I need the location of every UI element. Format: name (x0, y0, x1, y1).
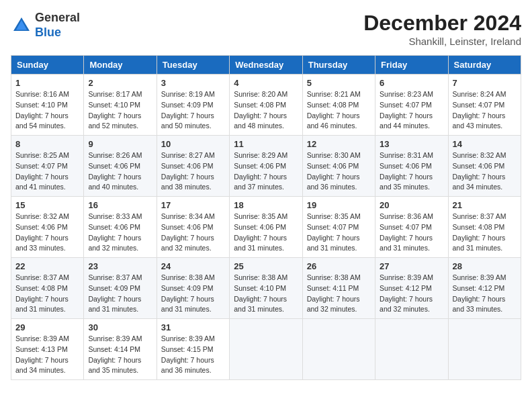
day-number: 26 (307, 261, 371, 271)
day-info: Sunrise: 8:32 AM Sunset: 4:06 PM Dayligh… (453, 150, 517, 193)
daylight-label: Daylight: 7 hours (307, 173, 360, 181)
sunrise-label: Sunrise: 8:32 AM (15, 212, 69, 220)
daylight-minutes: and 48 minutes. (234, 122, 284, 130)
daylight-label: Daylight: 7 hours (161, 295, 214, 303)
sunrise-label: Sunrise: 8:39 AM (380, 273, 433, 281)
calendar-cell: 5 Sunrise: 8:21 AM Sunset: 4:08 PM Dayli… (302, 75, 375, 136)
daylight-label: Daylight: 7 hours (161, 111, 214, 120)
daylight-minutes: and 31 minutes. (161, 305, 212, 313)
day-number: 21 (453, 200, 517, 210)
sunrise-label: Sunrise: 8:29 AM (234, 151, 287, 159)
col-thursday: Thursday (302, 56, 375, 75)
title-block: December 2024 Shankill, Leinster, Irelan… (363, 11, 521, 47)
calendar-week-5: 29 Sunrise: 8:39 AM Sunset: 4:13 PM Dayl… (11, 319, 521, 380)
daylight-minutes: and 31 minutes. (234, 305, 284, 313)
daylight-minutes: and 35 minutes. (88, 366, 138, 374)
daylight-label: Daylight: 7 hours (88, 356, 141, 364)
day-number: 28 (453, 261, 517, 271)
sunrise-label: Sunrise: 8:38 AM (234, 273, 287, 281)
daylight-minutes: and 31 minutes. (88, 305, 138, 313)
month-title: December 2024 (363, 11, 521, 36)
daylight-label: Daylight: 7 hours (307, 111, 360, 120)
daylight-label: Daylight: 7 hours (453, 295, 506, 303)
calendar-cell: 10 Sunrise: 8:27 AM Sunset: 4:06 PM Dayl… (157, 136, 229, 197)
daylight-minutes: and 50 minutes. (161, 122, 212, 130)
daylight-minutes: and 31 minutes. (453, 244, 503, 252)
sunset-label: Sunset: 4:09 PM (161, 101, 214, 109)
day-number: 31 (161, 322, 225, 332)
col-sunday: Sunday (11, 56, 84, 75)
day-number: 22 (15, 261, 79, 271)
day-info: Sunrise: 8:39 AM Sunset: 4:14 PM Dayligh… (88, 334, 152, 376)
daylight-label: Daylight: 7 hours (307, 234, 360, 242)
sunrise-label: Sunrise: 8:31 AM (380, 151, 433, 159)
day-info: Sunrise: 8:25 AM Sunset: 4:07 PM Dayligh… (15, 150, 79, 193)
daylight-minutes: and 38 minutes. (161, 183, 212, 191)
daylight-minutes: and 34 minutes. (15, 366, 66, 374)
calendar-cell: 1 Sunrise: 8:16 AM Sunset: 4:10 PM Dayli… (11, 75, 84, 136)
sunset-label: Sunset: 4:06 PM (307, 162, 359, 170)
calendar-cell: 29 Sunrise: 8:39 AM Sunset: 4:13 PM Dayl… (11, 319, 84, 380)
calendar-table: Sunday Monday Tuesday Wednesday Thursday… (11, 55, 521, 380)
sunset-label: Sunset: 4:07 PM (453, 101, 505, 109)
daylight-label: Daylight: 7 hours (15, 234, 69, 242)
calendar-cell: 26 Sunrise: 8:38 AM Sunset: 4:11 PM Dayl… (302, 258, 375, 319)
daylight-label: Daylight: 7 hours (380, 173, 433, 181)
sunset-label: Sunset: 4:06 PM (453, 162, 505, 170)
sunrise-label: Sunrise: 8:27 AM (161, 151, 215, 159)
daylight-minutes: and 36 minutes. (161, 366, 212, 374)
daylight-label: Daylight: 7 hours (234, 295, 287, 303)
sunset-label: Sunset: 4:08 PM (234, 101, 286, 109)
calendar-cell: 12 Sunrise: 8:30 AM Sunset: 4:06 PM Dayl… (302, 136, 375, 197)
daylight-minutes: and 34 minutes. (453, 183, 503, 191)
sunrise-label: Sunrise: 8:37 AM (453, 212, 506, 220)
sunrise-label: Sunrise: 8:26 AM (88, 151, 142, 159)
day-info: Sunrise: 8:38 AM Sunset: 4:11 PM Dayligh… (307, 273, 371, 315)
day-info: Sunrise: 8:38 AM Sunset: 4:10 PM Dayligh… (234, 273, 298, 315)
sunrise-label: Sunrise: 8:30 AM (307, 151, 361, 159)
sunrise-label: Sunrise: 8:16 AM (15, 90, 69, 98)
col-tuesday: Tuesday (157, 56, 229, 75)
day-number: 7 (453, 78, 517, 88)
day-info: Sunrise: 8:32 AM Sunset: 4:06 PM Dayligh… (15, 212, 79, 254)
sunset-label: Sunset: 4:08 PM (453, 223, 505, 231)
page-header: General Blue December 2024 Shankill, Lei… (11, 11, 521, 47)
day-info: Sunrise: 8:30 AM Sunset: 4:06 PM Dayligh… (307, 150, 371, 193)
day-number: 4 (234, 78, 298, 88)
location: Shankill, Leinster, Ireland (363, 36, 521, 47)
day-number: 3 (161, 78, 225, 88)
daylight-label: Daylight: 7 hours (15, 356, 69, 364)
sunset-label: Sunset: 4:06 PM (234, 223, 286, 231)
calendar-cell: 30 Sunrise: 8:39 AM Sunset: 4:14 PM Dayl… (84, 319, 157, 380)
sunset-label: Sunset: 4:13 PM (15, 345, 68, 353)
calendar-cell: 25 Sunrise: 8:38 AM Sunset: 4:10 PM Dayl… (230, 258, 302, 319)
calendar-cell: 9 Sunrise: 8:26 AM Sunset: 4:06 PM Dayli… (84, 136, 157, 197)
calendar-header-row: Sunday Monday Tuesday Wednesday Thursday… (11, 56, 521, 75)
day-info: Sunrise: 8:19 AM Sunset: 4:09 PM Dayligh… (161, 89, 225, 132)
sunrise-label: Sunrise: 8:38 AM (307, 273, 361, 281)
daylight-label: Daylight: 7 hours (88, 234, 141, 242)
daylight-minutes: and 44 minutes. (380, 122, 430, 130)
logo-icon (11, 15, 32, 36)
day-info: Sunrise: 8:26 AM Sunset: 4:06 PM Dayligh… (88, 150, 152, 193)
sunrise-label: Sunrise: 8:19 AM (161, 90, 215, 98)
sunset-label: Sunset: 4:08 PM (307, 101, 359, 109)
daylight-label: Daylight: 7 hours (88, 295, 141, 303)
day-info: Sunrise: 8:21 AM Sunset: 4:08 PM Dayligh… (307, 89, 371, 132)
sunset-label: Sunset: 4:10 PM (88, 101, 140, 109)
day-number: 24 (161, 261, 225, 271)
calendar-cell: 28 Sunrise: 8:39 AM Sunset: 4:12 PM Dayl… (448, 258, 521, 319)
calendar-cell (448, 319, 521, 380)
sunrise-label: Sunrise: 8:39 AM (88, 334, 142, 342)
daylight-label: Daylight: 7 hours (161, 356, 214, 364)
daylight-minutes: and 46 minutes. (307, 122, 357, 130)
daylight-label: Daylight: 7 hours (161, 173, 214, 181)
col-saturday: Saturday (448, 56, 521, 75)
col-wednesday: Wednesday (230, 56, 302, 75)
day-number: 27 (380, 261, 443, 271)
logo: General Blue (11, 11, 80, 40)
sunrise-label: Sunrise: 8:37 AM (15, 273, 69, 281)
sunset-label: Sunset: 4:06 PM (234, 162, 286, 170)
sunrise-label: Sunrise: 8:23 AM (380, 90, 433, 98)
day-number: 14 (453, 139, 517, 149)
